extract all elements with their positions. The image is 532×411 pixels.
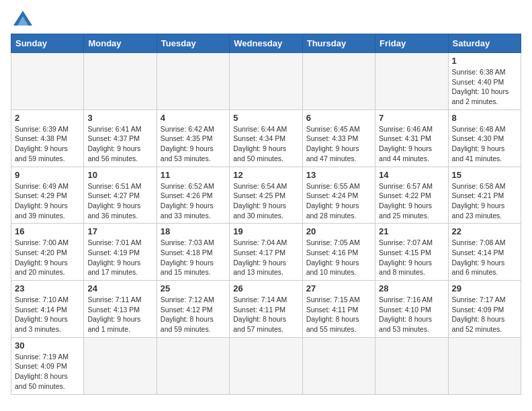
calendar-cell: 16Sunrise: 7:00 AM Sunset: 4:20 PM Dayli… [11, 224, 84, 281]
calendar-cell: 19Sunrise: 7:04 AM Sunset: 4:17 PM Dayli… [230, 224, 302, 281]
calendar-cell [375, 337, 448, 394]
calendar-cell: 21Sunrise: 7:07 AM Sunset: 4:15 PM Dayli… [375, 224, 448, 281]
day-info: Sunrise: 6:42 AM Sunset: 4:35 PM Dayligh… [161, 124, 226, 164]
day-info: Sunrise: 6:45 AM Sunset: 4:33 PM Dayligh… [306, 124, 371, 164]
day-info: Sunrise: 7:08 AM Sunset: 4:14 PM Dayligh… [452, 238, 517, 277]
day-info: Sunrise: 7:14 AM Sunset: 4:11 PM Dayligh… [233, 295, 298, 334]
day-info: Sunrise: 7:19 AM Sunset: 4:09 PM Dayligh… [15, 352, 80, 392]
day-number: 27 [306, 283, 371, 293]
day-number: 6 [306, 113, 371, 123]
day-number: 12 [233, 170, 298, 180]
day-info: Sunrise: 7:16 AM Sunset: 4:10 PM Dayligh… [379, 295, 444, 334]
calendar-week-row-4: 16Sunrise: 7:00 AM Sunset: 4:20 PM Dayli… [11, 224, 521, 281]
day-info: Sunrise: 6:57 AM Sunset: 4:22 PM Dayligh… [379, 181, 444, 221]
day-info: Sunrise: 6:49 AM Sunset: 4:29 PM Dayligh… [15, 181, 80, 221]
calendar-cell [84, 337, 157, 394]
day-info: Sunrise: 7:04 AM Sunset: 4:17 PM Dayligh… [233, 238, 298, 277]
day-info: Sunrise: 6:46 AM Sunset: 4:31 PM Dayligh… [379, 124, 444, 164]
calendar-cell: 12Sunrise: 6:54 AM Sunset: 4:25 PM Dayli… [230, 167, 302, 224]
day-info: Sunrise: 6:51 AM Sunset: 4:27 PM Dayligh… [87, 181, 152, 221]
day-number: 24 [87, 283, 152, 293]
logo-icon [13, 11, 32, 26]
logo [11, 11, 32, 26]
calendar-header-thursday: Thursday [302, 34, 375, 53]
day-number: 7 [379, 113, 444, 123]
day-info: Sunrise: 6:58 AM Sunset: 4:21 PM Dayligh… [452, 181, 517, 221]
day-info: Sunrise: 7:01 AM Sunset: 4:19 PM Dayligh… [87, 238, 152, 277]
day-info: Sunrise: 6:48 AM Sunset: 4:30 PM Dayligh… [452, 124, 517, 164]
day-info: Sunrise: 6:44 AM Sunset: 4:34 PM Dayligh… [233, 124, 298, 164]
day-number: 11 [161, 170, 226, 180]
calendar-cell: 30Sunrise: 7:19 AM Sunset: 4:09 PM Dayli… [11, 337, 84, 394]
calendar-cell: 25Sunrise: 7:12 AM Sunset: 4:12 PM Dayli… [157, 281, 229, 338]
calendar-header-wednesday: Wednesday [230, 34, 302, 53]
day-number: 21 [379, 226, 444, 236]
calendar-header-friday: Friday [375, 34, 448, 53]
day-info: Sunrise: 6:52 AM Sunset: 4:26 PM Dayligh… [161, 181, 226, 221]
calendar-cell: 4Sunrise: 6:42 AM Sunset: 4:35 PM Daylig… [157, 109, 229, 167]
calendar-cell: 6Sunrise: 6:45 AM Sunset: 4:33 PM Daylig… [302, 109, 375, 167]
day-number: 28 [379, 283, 444, 293]
calendar-cell: 2Sunrise: 6:39 AM Sunset: 4:38 PM Daylig… [11, 109, 84, 167]
day-number: 4 [161, 113, 226, 123]
day-number: 1 [452, 56, 517, 66]
day-info: Sunrise: 6:54 AM Sunset: 4:25 PM Dayligh… [233, 181, 298, 221]
calendar-cell: 24Sunrise: 7:11 AM Sunset: 4:13 PM Dayli… [84, 281, 157, 338]
calendar-cell: 23Sunrise: 7:10 AM Sunset: 4:14 PM Dayli… [11, 281, 84, 338]
day-number: 16 [15, 226, 80, 236]
calendar-header-saturday: Saturday [448, 34, 521, 53]
day-info: Sunrise: 6:39 AM Sunset: 4:38 PM Dayligh… [15, 124, 80, 164]
day-number: 10 [87, 170, 152, 180]
day-number: 18 [161, 226, 226, 236]
day-number: 30 [15, 340, 80, 351]
day-number: 15 [452, 170, 517, 180]
calendar-week-row-1: 1Sunrise: 6:38 AM Sunset: 4:40 PM Daylig… [11, 53, 521, 110]
day-number: 8 [452, 113, 517, 123]
day-number: 23 [15, 283, 80, 293]
day-info: Sunrise: 7:07 AM Sunset: 4:15 PM Dayligh… [379, 238, 444, 277]
day-number: 22 [452, 226, 517, 236]
calendar-cell: 17Sunrise: 7:01 AM Sunset: 4:19 PM Dayli… [84, 224, 157, 281]
day-info: Sunrise: 7:12 AM Sunset: 4:12 PM Dayligh… [161, 295, 226, 334]
calendar-cell: 5Sunrise: 6:44 AM Sunset: 4:34 PM Daylig… [230, 109, 302, 167]
calendar-cell: 14Sunrise: 6:57 AM Sunset: 4:22 PM Dayli… [375, 167, 448, 224]
day-number: 26 [233, 283, 298, 293]
day-number: 20 [306, 226, 371, 236]
calendar-header-row: SundayMondayTuesdayWednesdayThursdayFrid… [11, 34, 521, 53]
day-info: Sunrise: 7:05 AM Sunset: 4:16 PM Dayligh… [306, 238, 371, 277]
calendar-cell: 9Sunrise: 6:49 AM Sunset: 4:29 PM Daylig… [11, 167, 84, 224]
calendar-header-sunday: Sunday [11, 34, 84, 53]
day-info: Sunrise: 6:38 AM Sunset: 4:40 PM Dayligh… [452, 67, 517, 107]
calendar-cell [302, 53, 375, 110]
calendar-cell [84, 53, 157, 110]
day-info: Sunrise: 6:41 AM Sunset: 4:37 PM Dayligh… [87, 124, 152, 164]
calendar-week-row-6: 30Sunrise: 7:19 AM Sunset: 4:09 PM Dayli… [11, 337, 521, 394]
calendar-cell: 10Sunrise: 6:51 AM Sunset: 4:27 PM Dayli… [84, 167, 157, 224]
day-number: 19 [233, 226, 298, 236]
day-number: 5 [233, 113, 298, 123]
day-info: Sunrise: 7:17 AM Sunset: 4:09 PM Dayligh… [452, 295, 517, 334]
calendar-cell [302, 337, 375, 394]
calendar-cell [157, 53, 229, 110]
calendar-header-monday: Monday [84, 34, 157, 53]
calendar-cell: 8Sunrise: 6:48 AM Sunset: 4:30 PM Daylig… [448, 109, 521, 167]
calendar-cell: 20Sunrise: 7:05 AM Sunset: 4:16 PM Dayli… [302, 224, 375, 281]
calendar-cell: 11Sunrise: 6:52 AM Sunset: 4:26 PM Dayli… [157, 167, 229, 224]
calendar-cell [375, 53, 448, 110]
calendar-cell: 28Sunrise: 7:16 AM Sunset: 4:10 PM Dayli… [375, 281, 448, 338]
day-number: 3 [87, 113, 152, 123]
day-number: 14 [379, 170, 444, 180]
calendar-cell: 27Sunrise: 7:15 AM Sunset: 4:11 PM Dayli… [302, 281, 375, 338]
calendar-cell: 3Sunrise: 6:41 AM Sunset: 4:37 PM Daylig… [84, 109, 157, 167]
day-info: Sunrise: 7:00 AM Sunset: 4:20 PM Dayligh… [15, 238, 80, 277]
calendar-cell: 18Sunrise: 7:03 AM Sunset: 4:18 PM Dayli… [157, 224, 229, 281]
day-info: Sunrise: 7:11 AM Sunset: 4:13 PM Dayligh… [87, 295, 152, 334]
calendar-week-row-5: 23Sunrise: 7:10 AM Sunset: 4:14 PM Dayli… [11, 281, 521, 338]
calendar-cell: 7Sunrise: 6:46 AM Sunset: 4:31 PM Daylig… [375, 109, 448, 167]
calendar-cell: 15Sunrise: 6:58 AM Sunset: 4:21 PM Dayli… [448, 167, 521, 224]
calendar-cell: 29Sunrise: 7:17 AM Sunset: 4:09 PM Dayli… [448, 281, 521, 338]
day-number: 17 [87, 226, 152, 236]
day-info: Sunrise: 7:15 AM Sunset: 4:11 PM Dayligh… [306, 295, 371, 334]
day-info: Sunrise: 7:10 AM Sunset: 4:14 PM Dayligh… [15, 295, 80, 334]
calendar-cell: 13Sunrise: 6:55 AM Sunset: 4:24 PM Dayli… [302, 167, 375, 224]
